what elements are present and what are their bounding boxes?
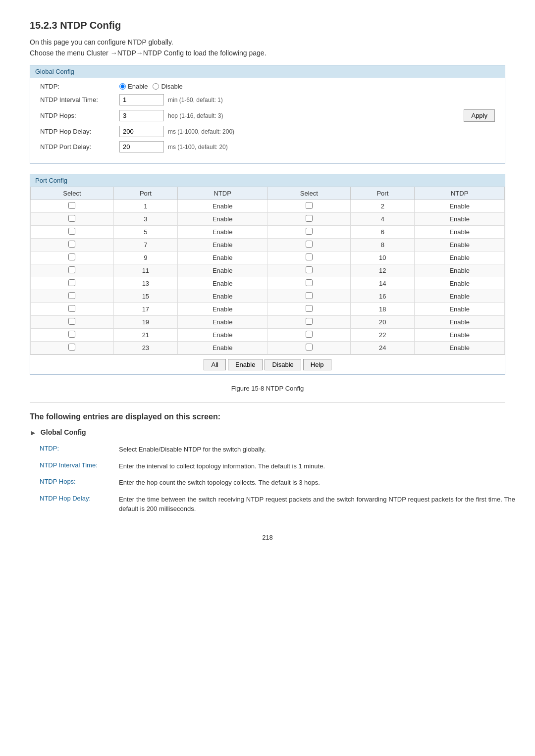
select-right-6[interactable] <box>268 277 351 290</box>
enable-radio[interactable] <box>119 83 126 90</box>
disable-radio-label[interactable]: Disable <box>153 83 182 90</box>
ntdp-left-2: Enable <box>177 226 268 239</box>
port-delay-row: NTDP Port Delay: ms (1-100, default: 20) <box>40 141 495 152</box>
checkbox-right-4[interactable] <box>306 253 313 260</box>
ntdp-right-0: Enable <box>415 200 505 213</box>
col-port-left: Port <box>113 187 177 200</box>
select-left-5[interactable] <box>31 264 114 277</box>
select-left-7[interactable] <box>31 290 114 303</box>
checkbox-right-8[interactable] <box>306 305 313 312</box>
help-button[interactable]: Help <box>303 359 331 370</box>
port-left-6: 13 <box>113 277 177 290</box>
select-left-4[interactable] <box>31 252 114 264</box>
checkbox-left-9[interactable] <box>68 318 75 325</box>
select-right-10[interactable] <box>268 329 351 342</box>
ntdp-right-4: Enable <box>415 252 505 264</box>
desc-section-title: Global Config <box>41 428 86 436</box>
checkbox-right-7[interactable] <box>306 292 313 299</box>
select-right-3[interactable] <box>268 239 351 252</box>
checkbox-right-11[interactable] <box>306 344 313 351</box>
select-right-1[interactable] <box>268 213 351 226</box>
table-row: 9 Enable 10 Enable <box>31 252 505 264</box>
table-row: 23 Enable 24 Enable <box>31 342 505 354</box>
select-right-0[interactable] <box>268 200 351 213</box>
port-left-7: 15 <box>113 290 177 303</box>
desc-def-2: Enter the hop count the switch topology … <box>119 478 515 488</box>
port-config-box: Port Config Select Port NTDP Select Port… <box>30 174 505 375</box>
ntdp-right-10: Enable <box>415 329 505 342</box>
interval-time-input[interactable] <box>119 94 164 105</box>
select-left-10[interactable] <box>31 329 114 342</box>
select-right-11[interactable] <box>268 342 351 354</box>
desc-row-2: NTDP Hops: Enter the hop count the switc… <box>40 478 515 488</box>
port-table-header-row: Select Port NTDP Select Port NTDP <box>31 187 505 200</box>
table-row: 1 Enable 2 Enable <box>31 200 505 213</box>
apply-button[interactable]: Apply <box>464 109 495 122</box>
ntdp-left-1: Enable <box>177 213 268 226</box>
ntdp-label: NTDP: <box>40 83 119 90</box>
select-right-5[interactable] <box>268 264 351 277</box>
ntdp-right-1: Enable <box>415 213 505 226</box>
checkbox-right-1[interactable] <box>306 215 313 222</box>
port-left-4: 9 <box>113 252 177 264</box>
enable-radio-label[interactable]: Enable <box>119 83 148 90</box>
hop-delay-row: NTDP Hop Delay: ms (1-1000, default: 200… <box>40 126 495 137</box>
all-button[interactable]: All <box>204 359 225 370</box>
intro-text: On this page you can configure NTDP glob… <box>30 38 505 46</box>
checkbox-right-5[interactable] <box>306 266 313 273</box>
port-delay-input[interactable] <box>119 141 164 152</box>
select-left-2[interactable] <box>31 226 114 239</box>
enable-button[interactable]: Enable <box>228 359 263 370</box>
select-right-8[interactable] <box>268 303 351 316</box>
select-right-4[interactable] <box>268 252 351 264</box>
select-right-9[interactable] <box>268 316 351 329</box>
checkbox-left-10[interactable] <box>68 331 75 338</box>
global-config-header: Global Config <box>30 65 505 78</box>
checkbox-left-7[interactable] <box>68 292 75 299</box>
col-ntdp-left: NTDP <box>177 187 268 200</box>
checkbox-right-6[interactable] <box>306 279 313 286</box>
select-left-0[interactable] <box>31 200 114 213</box>
port-left-5: 11 <box>113 264 177 277</box>
hop-delay-input[interactable] <box>119 126 164 137</box>
select-left-1[interactable] <box>31 213 114 226</box>
checkbox-right-0[interactable] <box>306 202 313 209</box>
desc-row-1: NTDP Interval Time: Enter the interval t… <box>40 461 515 471</box>
checkbox-left-3[interactable] <box>68 241 75 248</box>
checkbox-left-4[interactable] <box>68 253 75 260</box>
select-left-3[interactable] <box>31 239 114 252</box>
page-number: 218 <box>30 534 505 541</box>
checkbox-left-6[interactable] <box>68 279 75 286</box>
checkbox-left-0[interactable] <box>68 202 75 209</box>
select-right-7[interactable] <box>268 290 351 303</box>
disable-button[interactable]: Disable <box>265 359 301 370</box>
select-left-8[interactable] <box>31 303 114 316</box>
disable-radio[interactable] <box>153 83 159 90</box>
port-right-8: 18 <box>351 303 415 316</box>
checkbox-left-8[interactable] <box>68 305 75 312</box>
table-row: 13 Enable 14 Enable <box>31 277 505 290</box>
select-left-9[interactable] <box>31 316 114 329</box>
port-right-1: 4 <box>351 213 415 226</box>
checkbox-right-3[interactable] <box>306 241 313 248</box>
desc-term-0: NTDP: <box>40 445 119 452</box>
port-left-0: 1 <box>113 200 177 213</box>
select-left-6[interactable] <box>31 277 114 290</box>
port-right-6: 14 <box>351 277 415 290</box>
hops-input[interactable] <box>119 110 164 121</box>
checkbox-right-10[interactable] <box>306 331 313 338</box>
ntdp-left-4: Enable <box>177 252 268 264</box>
checkbox-left-2[interactable] <box>68 228 75 235</box>
checkbox-left-11[interactable] <box>68 344 75 351</box>
port-right-5: 12 <box>351 264 415 277</box>
port-left-1: 3 <box>113 213 177 226</box>
ntdp-left-8: Enable <box>177 303 268 316</box>
select-right-2[interactable] <box>268 226 351 239</box>
table-row: 19 Enable 20 Enable <box>31 316 505 329</box>
select-left-11[interactable] <box>31 342 114 354</box>
checkbox-right-9[interactable] <box>306 318 313 325</box>
checkbox-left-1[interactable] <box>68 215 75 222</box>
checkbox-right-2[interactable] <box>306 228 313 235</box>
checkbox-left-5[interactable] <box>68 266 75 273</box>
hops-row: NTDP Hops: hop (1-16, default: 3) Apply <box>40 109 495 122</box>
